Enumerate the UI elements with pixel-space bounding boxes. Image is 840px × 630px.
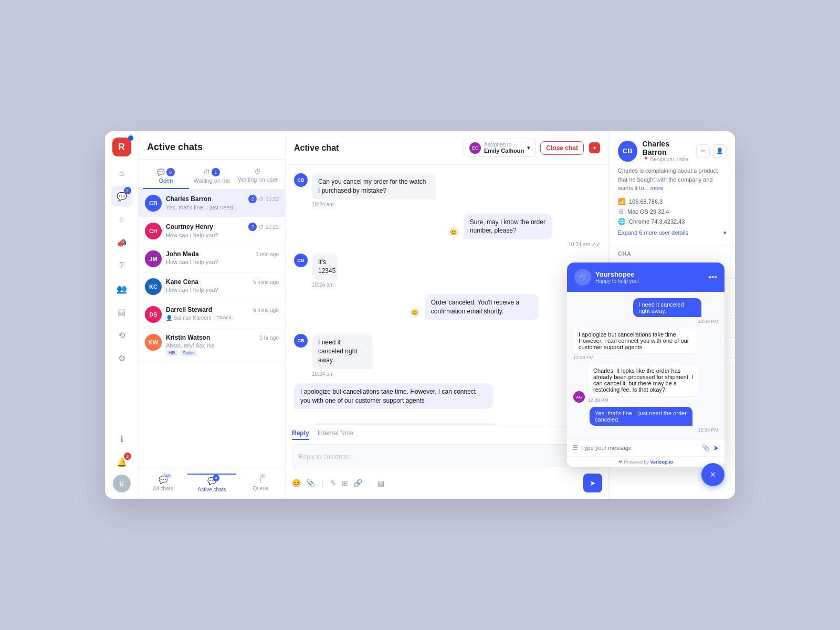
reply-input[interactable]: Reply to customer... [292,444,602,469]
attachment-icon[interactable]: 📎 [306,479,315,487]
sidebar-icon-notifications[interactable]: 🔔 2 [111,452,132,472]
message-time: 10:24 am [294,411,600,417]
close-chat-button[interactable]: Close chat [540,141,584,155]
chat-messages: CB Can you cancel my order for the watch… [286,165,608,425]
user-avatar[interactable]: U [113,475,131,492]
expand-chevron-icon: ▾ [723,229,727,236]
widget-messages: I need it canceled right away. 12:39 PM … [567,292,724,439]
sidebar-icon-integrations[interactable]: ⟲ [111,324,132,345]
chat-item[interactable]: DS Darrell Steward 5 mins ago 👤 Salman K… [139,301,285,329]
expand-details-button[interactable]: Expand 6 more user details ▾ [618,229,727,236]
assigned-chevron-icon: ▾ [527,144,530,151]
sidebar-icon-help[interactable]: ? [111,255,132,276]
message-time: 10:24 am [312,202,502,207]
footer-tab-all[interactable]: 💬 345 All chats [139,474,187,495]
sidebar-icon-reports[interactable]: ▤ [111,301,132,322]
chat-item[interactable]: CH Courtney Henry 2 ⏱ 10:22 How can I he… [139,217,285,245]
sidebar-icon-campaigns[interactable]: 📣 [111,232,132,253]
chat-item[interactable]: JM John Meda 1 min ago How can I help yo… [139,245,285,273]
sidebar-icon-contacts[interactable]: 👥 [111,278,132,299]
chat-time: 1 hr ago [259,335,279,341]
format-icon[interactable]: ✎ [330,479,337,487]
chat-name: Kane Cena [166,278,198,286]
assigned-button[interactable]: EC Assigned to Emily Calhoun ▾ [464,139,536,157]
chat-name: Courtney Henry [166,223,213,230]
widget-msg-time: 12:39 PM [633,319,718,324]
waiting-user-icon: ⏱ [255,168,261,175]
bio-more-link[interactable]: more [650,185,664,191]
chat-name: Kristin Watson [166,334,210,341]
widget-input-area: ☰ 📎 ➤ [567,439,724,456]
contact-actions: ✏ 👤 [696,144,727,158]
app-logo[interactable]: R [112,138,131,156]
widget-message-row: AG Charles, It looks like the order has … [573,364,718,403]
send-button[interactable]: ➤ [583,474,602,492]
tab-open[interactable]: 💬 6 Open [143,164,189,189]
reply-tab[interactable]: Reply [292,429,309,440]
sidebar-icon-home[interactable]: ⌂ [111,163,132,184]
section-title: Cha [618,250,727,257]
chat-name: Darrell Steward [166,306,212,313]
widget-input[interactable] [581,445,699,451]
widget-msg-time: 12:39 PM [573,355,718,360]
widget-more-button[interactable]: ••• [708,272,717,282]
chat-item[interactable]: CB Charles Barron 2 ⏱ 10:22 Yes, that's … [139,190,285,217]
chat-item[interactable]: KW Kristin Watson 1 hr ago Absolutely! A… [139,329,285,362]
table-icon[interactable]: ⊞ [342,479,348,487]
open-tab-badge: 6 [166,168,175,176]
widget-send-button[interactable]: ➤ [713,444,719,452]
widget-close-button[interactable]: × [701,463,724,486]
close-icon: × [710,469,716,480]
contact-top: CB Charles Barron 📍 Bengaluru, India ✏ 👤 [618,140,727,162]
chat-preview: Yes, that's fine. I just need... [166,204,279,211]
widget-status: Happy to help you! [595,278,639,284]
message-row: I apologize but cancellations take time.… [294,383,600,417]
chat-time: ⏱ 10:22 [259,224,279,230]
tab-waiting-me[interactable]: ⏱ 1 Waiting on me [189,164,235,189]
edit-contact-button[interactable]: ✏ [696,144,710,158]
message-row: Order canceled. You'll receive a confirm… [294,294,600,328]
send-icon: ➤ [590,479,596,487]
chat-time: 5 mins ago [253,307,279,313]
widget-message-row: Yes, that's fine. I just need the order … [573,407,718,433]
sidebar-icon-chat[interactable]: 💬 2 [111,186,132,207]
chat-name: John Meda [166,250,199,258]
chat-item[interactable]: KC Kane Cena 5 mins ago How can I help y… [139,273,285,301]
waiting-user-label: Waiting on user [238,176,278,183]
reply-tabs: Reply Internal Note [292,429,602,440]
tab-waiting-user[interactable]: ⏱ Waiting on user [235,164,281,189]
assigned-info: 👤 Salman Kareem [166,315,211,321]
footer-tab-active[interactable]: 💬 4 Active chats [187,474,236,495]
active-chats-badge: 4 [213,475,219,481]
sidebar-icon-settings[interactable]: ⚙ [111,348,132,369]
reaction-icon: 😊 [448,226,459,238]
close-chat-dropdown[interactable]: ▾ [589,142,600,153]
widget-message-row: I apologize but cancellations take time.… [573,328,718,360]
message-time: 10:24 am [312,371,406,377]
footer-tab-queue[interactable]: ↑ 1 Queue [236,474,285,495]
toolbar-icons: 😊 📎 ✎ ⊞ 🔗 ▤ [292,479,384,487]
avatar: KC [145,278,162,295]
widget-message-bubble: I need it canceled right away. [633,298,701,317]
active-chats-label: Active chats [198,487,226,492]
internal-note-tab[interactable]: Internal Note [318,429,354,440]
reply-placeholder: Reply to customer... [299,453,354,460]
chat-info: Darrell Steward 5 mins ago 👤 Salman Kare… [166,306,279,321]
chat-badge: 2 [124,187,131,194]
emoji-icon[interactable]: 😊 [292,479,301,487]
browser-icon: 🌐 [618,218,626,225]
sidebar-icon-mentions[interactable]: ○ [111,209,132,230]
chat-info: Courtney Henry 2 ⏱ 10:22 How can I help … [166,223,279,238]
sidebar-icon-info[interactable]: ℹ [111,428,132,449]
assignee-avatar: EC [469,142,481,154]
attachment-icon[interactable]: 📎 [702,444,710,452]
queue-label: Queue [253,486,268,491]
contact-location: 📍 Bengaluru, India [643,156,691,162]
template-icon[interactable]: ▤ [377,479,384,487]
reply-area: Reply Internal Note Reply to customer...… [286,425,608,499]
chat-info: Kane Cena 5 mins ago How can I help you? [166,278,279,293]
delete-contact-button[interactable]: 👤 [713,144,727,158]
message-row: CB It's 12345 10:24 am [294,254,600,288]
link-icon[interactable]: 🔗 [353,479,362,487]
chat-info: Charles Barron 2 ⏱ 10:22 Yes, that's fin… [166,195,279,211]
